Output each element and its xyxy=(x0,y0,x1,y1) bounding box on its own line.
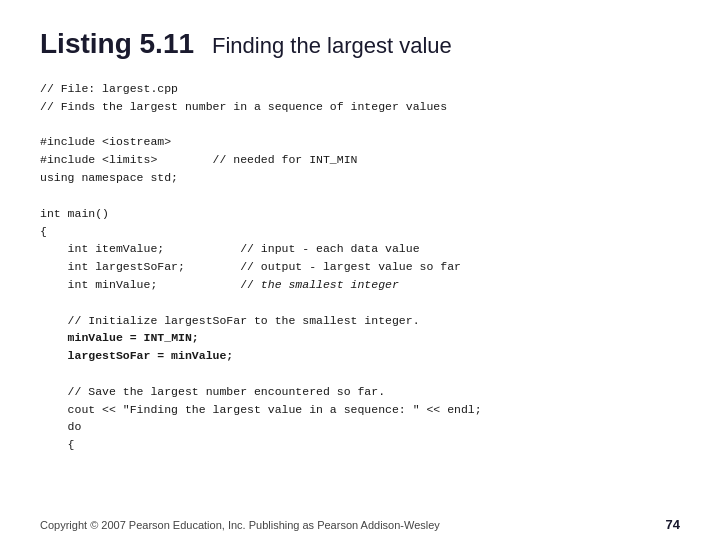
slide-subtitle: Finding the largest value xyxy=(212,33,452,59)
slide-content: // File: largest.cpp // Finds the larges… xyxy=(0,70,720,540)
code-block: // File: largest.cpp // Finds the larges… xyxy=(40,80,680,510)
slide-title: Listing 5.11 xyxy=(40,28,194,60)
slide-footer: Copyright © 2007 Pearson Education, Inc.… xyxy=(0,517,720,532)
slide: Listing 5.11 Finding the largest value /… xyxy=(0,0,720,540)
footer-copyright: Copyright © 2007 Pearson Education, Inc.… xyxy=(40,519,440,531)
footer-page: 74 xyxy=(666,517,680,532)
slide-header: Listing 5.11 Finding the largest value xyxy=(0,0,720,70)
